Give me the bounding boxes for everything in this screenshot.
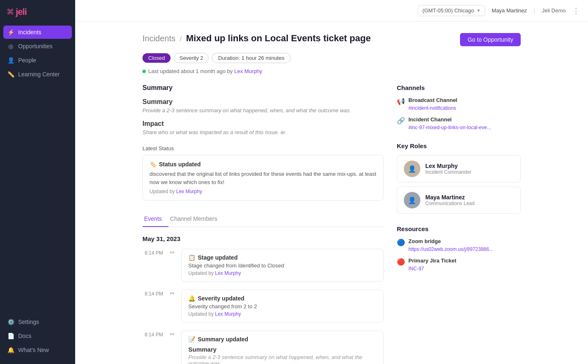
severity-author-link[interactable]: Lex Murphy xyxy=(215,311,241,317)
event-card-summary: 📝 Summary updated Summary Provide a 2-3 … xyxy=(181,331,384,364)
last-updated-text: Last updated about 1 month ago by Lex Mu… xyxy=(148,68,262,74)
sidebar-label-learning-center: Learning Center xyxy=(18,71,59,78)
status-card-footer: Updated by Lex Murphy xyxy=(149,189,377,194)
sidebar-label-settings: Settings xyxy=(18,319,39,325)
event-card-stage: 📋 Stage updated Stage changed from Ident… xyxy=(181,249,384,281)
event-card-stage-body: Stage changed from Identified to Closed xyxy=(188,262,377,269)
timezone-value: (GMT-05:00) Chicago xyxy=(422,7,474,14)
severity-updated-by-label: Updated by xyxy=(188,311,215,317)
summary-section-heading: Summary xyxy=(142,84,384,92)
chevron-down-icon: ▼ xyxy=(477,8,481,13)
logo-icon: ⌘ xyxy=(7,7,14,17)
zoom-name: Zoom bridge xyxy=(408,238,493,244)
tab-events[interactable]: Events xyxy=(142,212,168,227)
event-card-severity-body: Severity changed from 2 to 2 xyxy=(188,303,377,310)
resources-heading: Resources xyxy=(397,225,521,232)
summary-event-subtitle: Summary xyxy=(188,346,377,353)
go-to-opportunity-button[interactable]: Go to Opportunity xyxy=(460,33,521,46)
incident-channel-name: Incident Channel xyxy=(408,116,491,123)
opportunities-icon: ◎ xyxy=(7,43,14,50)
breadcrumb-row: Incidents / Mixed up links on Local Even… xyxy=(142,33,521,46)
status-dot xyxy=(142,70,146,73)
role-lex-info: Lex Murphy Incident Commander xyxy=(425,163,471,175)
breadcrumb[interactable]: Incidents xyxy=(142,34,175,43)
event-card-severity-header: 🔔 Severity updated xyxy=(188,295,377,302)
learning-center-icon: ✏️ xyxy=(7,71,14,78)
incidents-icon: ⚡ xyxy=(7,29,14,35)
connector-icon-2: ⇔ xyxy=(170,290,175,296)
sidebar-item-settings[interactable]: ⚙️ Settings xyxy=(3,315,72,329)
role-card-lex: 👤 Lex Murphy Incident Commander xyxy=(397,155,521,182)
stage-updated-by-label: Updated by xyxy=(188,270,215,276)
jira-link[interactable]: INC-97 xyxy=(408,266,424,272)
event-time-3: 8:14 PM xyxy=(142,331,163,364)
resource-item-zoom: 🔵 Zoom bridge https://us02web.zoom.us/j/… xyxy=(397,238,521,253)
stage-updated-title: Stage updated xyxy=(198,254,237,261)
channel-incident-info: Incident Channel #inc-97-mixed-up-links-… xyxy=(408,116,491,131)
role-maya-info: Maya Martinez Communications Lead xyxy=(425,194,474,206)
jira-info: Primary Jira Ticket INC-97 xyxy=(408,258,456,272)
role-maya-name: Maya Martinez xyxy=(425,194,474,201)
right-col: Channels 📢 Broadcast Channel #incident-n… xyxy=(397,84,521,364)
sidebar-item-docs[interactable]: 📄 Docs xyxy=(3,329,72,343)
tab-channel-members[interactable]: Channel Members xyxy=(168,212,224,227)
role-lex-title: Incident Commander xyxy=(425,169,471,175)
tags-row: Closed Severity 2 Duration: 1 hour 26 mi… xyxy=(142,53,521,63)
topbar-more-icon[interactable]: ⋮ xyxy=(572,6,580,15)
last-updated: Last updated about 1 month ago by Lex Mu… xyxy=(142,68,521,74)
avatar-maya: 👤 xyxy=(404,192,420,208)
sidebar: ⌘ jeli ⚡ Incidents ◎ Opportunities 👤 Peo… xyxy=(0,0,75,364)
sidebar-item-opportunities[interactable]: ◎ Opportunities xyxy=(3,40,72,53)
event-row-summary: 8:14 PM ⇔ 📝 Summary updated Summary Prov… xyxy=(142,331,384,364)
sidebar-item-whats-new[interactable]: 🔔 What's New xyxy=(3,343,72,357)
stage-author-link[interactable]: Lex Murphy xyxy=(215,270,241,276)
jira-name: Primary Jira Ticket xyxy=(408,258,456,264)
docs-icon: 📄 xyxy=(7,333,14,339)
role-lex-name: Lex Murphy xyxy=(425,163,471,169)
status-updated-icon: 🏷️ xyxy=(149,161,156,168)
last-updated-author[interactable]: Lex Murphy xyxy=(234,68,262,74)
event-connector-2: ⇔ xyxy=(168,290,176,322)
channel-item-broadcast: 📢 Broadcast Channel #incident-notificati… xyxy=(397,97,521,111)
status-author-link[interactable]: Lex Murphy xyxy=(176,189,202,194)
status-card-body: discovered that the original list of lin… xyxy=(149,170,377,186)
event-card-stage-header: 📋 Stage updated xyxy=(188,254,377,261)
sidebar-label-people: People xyxy=(18,57,36,64)
summary-event-title: 📝 Summary updated xyxy=(188,336,377,343)
severity-updated-icon: 🔔 xyxy=(188,295,195,302)
resource-item-jira: 🔴 Primary Jira Ticket INC-97 xyxy=(397,258,521,272)
timezone-selector[interactable]: (GMT-05:00) Chicago ▼ xyxy=(418,5,485,16)
left-col: Summary Summary Provide a 2-3 sentence s… xyxy=(142,84,384,364)
broadcast-channel-link[interactable]: #incident-notifications xyxy=(408,105,456,111)
severity-updated-title: Severity updated xyxy=(198,295,244,302)
incident-channel-link[interactable]: #inc-97-mixed-up-links-on-local-eve... xyxy=(408,125,491,130)
main-wrapper: (GMT-05:00) Chicago ▼ Maya Martinez | Je… xyxy=(75,0,588,364)
summary-updated-icon: 📝 xyxy=(188,336,195,343)
zoom-link[interactable]: https://us02web.zoom.us/j/89723886... xyxy=(408,246,493,252)
sidebar-item-learning-center[interactable]: ✏️ Learning Center xyxy=(3,68,72,81)
summary-subtitle: Summary xyxy=(142,98,384,106)
sidebar-label-docs: Docs xyxy=(18,333,31,339)
stage-updated-icon: 📋 xyxy=(188,254,195,261)
latest-status-label: Latest Status xyxy=(142,145,384,151)
logo-text: jeli xyxy=(16,7,27,17)
status-updated-by-label: Updated by xyxy=(149,189,176,194)
topbar-divider: | xyxy=(533,7,535,14)
sidebar-item-people[interactable]: 👤 People xyxy=(3,54,72,67)
role-card-maya: 👤 Maya Martinez Communications Lead xyxy=(397,187,521,214)
sidebar-item-incidents[interactable]: ⚡ Incidents xyxy=(3,26,72,39)
severity-badge: Severity 2 xyxy=(174,53,209,63)
topbar: (GMT-05:00) Chicago ▼ Maya Martinez | Je… xyxy=(75,0,588,21)
resources-section: Resources 🔵 Zoom bridge https://us02web.… xyxy=(397,225,521,272)
event-card-severity-footer: Updated by Lex Murphy xyxy=(188,311,377,317)
title-group: Incidents / Mixed up links on Local Even… xyxy=(142,33,371,44)
sidebar-nav: ⚡ Incidents ◎ Opportunities 👤 People ✏️ … xyxy=(0,26,75,315)
status-heading: Status updated xyxy=(159,161,201,168)
channel-broadcast-info: Broadcast Channel #incident-notification… xyxy=(408,97,457,111)
logo: ⌘ jeli xyxy=(0,0,75,26)
settings-icon: ⚙️ xyxy=(7,319,14,325)
zoom-icon: 🔵 xyxy=(397,239,405,246)
broadcast-channel-icon: 📢 xyxy=(397,97,405,105)
event-connector-1: ⇔ xyxy=(168,249,176,281)
channels-heading: Channels xyxy=(397,84,521,91)
